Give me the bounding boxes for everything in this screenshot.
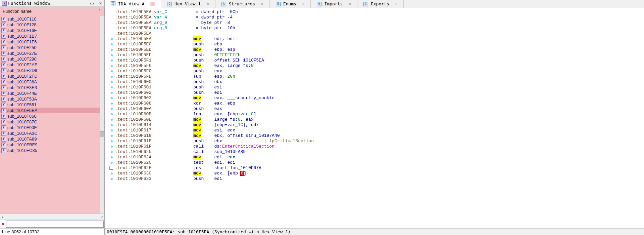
disasm-line[interactable]: .text:1010F608 xor eax, ebp bbox=[105, 101, 644, 106]
disasm-line[interactable]: .text:1010F630 mov ecx, [ebp+8] bbox=[105, 171, 644, 176]
gutter bbox=[105, 65, 115, 67]
function-row[interactable]: fsub_1010F561 bbox=[0, 102, 104, 108]
tab-ida-view-a[interactable]: IIDA View-A× bbox=[105, 0, 161, 8]
function-row[interactable]: fsub_1010F3E3 bbox=[0, 85, 104, 90]
disasm-line[interactable]: .text:1010F62C test edi, edi bbox=[105, 160, 644, 165]
disasm-line[interactable]: .text:1010F61F call ds:EnterCriticalSect… bbox=[105, 144, 644, 149]
disasm-line[interactable]: .text:1010F5FD sub esp, 20h bbox=[105, 74, 644, 79]
function-row[interactable]: fsub_1010FBE9 bbox=[0, 142, 104, 148]
maximize-button[interactable]: ▭ bbox=[90, 1, 94, 6]
function-row[interactable]: fsub_1010F860 bbox=[0, 113, 104, 119]
disasm-line[interactable]: .text:1010F614 mov [ebp+var_1C], edx bbox=[105, 122, 644, 128]
close-button[interactable]: ✕ bbox=[99, 1, 102, 6]
function-row[interactable]: fsub_1010F27E bbox=[0, 50, 104, 56]
scroll-right-icon[interactable]: › bbox=[100, 214, 104, 219]
function-item-icon: f bbox=[1, 57, 6, 62]
breakpoint-dot-icon bbox=[111, 86, 113, 88]
disasm-line[interactable]: .text:1010F60E mov large fs:0, eax bbox=[105, 117, 644, 122]
disasm-line[interactable]: .text:1010F633 push edi bbox=[105, 176, 644, 182]
restore-button[interactable]: ▫ bbox=[84, 1, 86, 6]
disasm-line[interactable]: .text:1010F601 push esi bbox=[105, 85, 644, 90]
breakpoint-dot-icon bbox=[111, 178, 113, 180]
function-row[interactable]: fsub_1010F1B7 bbox=[0, 33, 104, 39]
tab-close-icon[interactable]: × bbox=[349, 2, 351, 6]
disasm-line[interactable]: .text:1010F5EF push 0FFFFFFFFh bbox=[105, 52, 644, 58]
function-row[interactable]: fsub_1010F2AF bbox=[0, 62, 104, 68]
gutter bbox=[105, 49, 115, 51]
column-header[interactable]: Function name ˄ bbox=[0, 7, 104, 16]
tab-enums[interactable]: EEnums× bbox=[270, 0, 311, 8]
function-row[interactable]: fsub_1010FA89 bbox=[0, 136, 104, 142]
function-row[interactable]: fsub_1010F5EA bbox=[0, 108, 104, 113]
function-row[interactable]: fsub_1010F2D9 bbox=[0, 68, 104, 73]
line-content: .text:1010F60E mov large fs:0, eax bbox=[115, 117, 254, 122]
tab-exports[interactable]: XExports× bbox=[357, 0, 404, 8]
gutter bbox=[105, 103, 115, 105]
tab-close-icon[interactable]: × bbox=[207, 2, 209, 6]
function-row[interactable]: fsub_1010F90F bbox=[0, 125, 104, 130]
function-row[interactable]: fsub_1010F44E bbox=[0, 90, 104, 96]
disasm-line[interactable]: .text:1010F602 push edi bbox=[105, 90, 644, 95]
breakpoint-dot-icon bbox=[111, 156, 113, 158]
disasm-line[interactable]: .text:1010F5EA var_C = dword ptr -0Ch bbox=[105, 9, 644, 15]
line-content: .text:1010F619 mov ebx, offset stru_1019… bbox=[115, 133, 280, 139]
disasm-line[interactable]: .text:1010F5EC push ebp bbox=[105, 42, 644, 47]
tab-structures[interactable]: AStructures× bbox=[215, 0, 270, 8]
disasm-line[interactable]: .text:1010F60B lea eax, [ebp+var_C] bbox=[105, 112, 644, 117]
disasm-line[interactable]: .text:1010F5EA var_4 = dword ptr -4 bbox=[105, 15, 644, 20]
gutter bbox=[105, 151, 115, 153]
filter-input[interactable] bbox=[6, 221, 104, 228]
function-row[interactable]: fsub_1010F16F bbox=[0, 28, 104, 33]
function-row[interactable]: fsub_1010F128 bbox=[0, 22, 104, 28]
disasm-line[interactable]: .text:1010F600 push ebx bbox=[105, 79, 644, 85]
disasm-line[interactable]: .text:1010F60A push eax bbox=[105, 106, 644, 112]
disasm-line[interactable]: .text:1010F619 mov ebx, offset stru_1019… bbox=[105, 133, 644, 139]
disasm-line[interactable]: .text:1010F62E jns short loc_1010F67A bbox=[105, 165, 644, 171]
disasm-line[interactable]: .text:1010F5EA bbox=[105, 31, 644, 36]
clear-filter-button[interactable]: ✖ bbox=[2, 222, 5, 227]
disasm-line[interactable]: .text:1010F603 mov eax, ___security_cook… bbox=[105, 95, 644, 101]
tab-close-icon[interactable]: × bbox=[150, 2, 155, 6]
disasm-line[interactable]: .text:1010F625 call sub_1010FA89 bbox=[105, 149, 644, 155]
function-row[interactable]: fsub_1010F1F6 bbox=[0, 39, 104, 45]
function-row[interactable]: fsub_1010F87C bbox=[0, 119, 104, 125]
disasm-line[interactable]: .text:1010F5F1 push offset SEH_1010F5EA bbox=[105, 58, 644, 63]
function-row[interactable]: fsub_1010F290 bbox=[0, 56, 104, 62]
disasm-line[interactable]: .text:1010F5FC push eax bbox=[105, 69, 644, 74]
vertical-scrollbar[interactable] bbox=[100, 16, 104, 213]
function-row[interactable]: fsub_1010FA3C bbox=[0, 130, 104, 136]
gutter bbox=[105, 70, 115, 72]
disasm-line[interactable]: .text:1010F5EA arg_8 = byte ptr 10h bbox=[105, 26, 644, 31]
disasm-line[interactable]: .text:1010F62A mov edi, eax bbox=[105, 155, 644, 160]
function-row[interactable]: fsub_1010F53A bbox=[0, 96, 104, 102]
disasm-line[interactable]: .text:1010F5ED mov ebp, esp bbox=[105, 47, 644, 52]
tab-imports[interactable]: NImports× bbox=[311, 0, 357, 8]
function-item-icon: f bbox=[1, 17, 6, 22]
function-list[interactable]: fsub_1010F110fsub_1010F128fsub_1010F16Ff… bbox=[0, 16, 104, 213]
disasm-line[interactable]: .text:1010F5EA arg_0 = byte ptr 8 bbox=[105, 20, 644, 26]
function-row[interactable]: fsub_1010F110 bbox=[0, 16, 104, 22]
disasm-line[interactable]: .text:1010F5EA mov edi, edi bbox=[105, 36, 644, 42]
function-row[interactable]: fsub_1010F2FD bbox=[0, 73, 104, 79]
tab-close-icon[interactable]: × bbox=[395, 2, 398, 6]
horizontal-scrollbar[interactable]: ‹ › bbox=[0, 213, 104, 220]
tab-close-icon[interactable]: × bbox=[261, 2, 263, 6]
disasm-line[interactable]: .text:1010F61E push ebx ; lpCriticalSect… bbox=[105, 139, 644, 144]
function-name: sub_1010F16F bbox=[7, 28, 37, 33]
function-row[interactable]: fsub_1010FC35 bbox=[0, 148, 104, 153]
disasm-line[interactable]: .text:1010F617 mov esi, ecx bbox=[105, 128, 644, 133]
disasm-line[interactable]: .text:1010F5F6 mov eax, large fs:0 bbox=[105, 63, 644, 69]
line-content: .text:1010F601 push esi bbox=[115, 85, 222, 90]
function-row[interactable]: fsub_1010F36A bbox=[0, 79, 104, 85]
line-content: .text:1010F62E jns short loc_1010F67A bbox=[115, 165, 261, 171]
function-icon: f bbox=[2, 1, 7, 6]
function-row[interactable]: fsub_1010F250 bbox=[0, 45, 104, 50]
functions-header: f Functions window ▫ ▭ ✕ bbox=[0, 0, 104, 7]
function-item-icon: f bbox=[1, 85, 6, 90]
scroll-left-icon[interactable]: ‹ bbox=[0, 214, 5, 219]
disassembly-view[interactable]: .text:1010F5EA var_C = dword ptr -0Ch.te… bbox=[105, 8, 644, 228]
tab-hex-view-1[interactable]: OHex View-1× bbox=[161, 0, 215, 8]
function-item-icon: f bbox=[1, 91, 6, 96]
function-item-icon: f bbox=[1, 80, 6, 84]
tab-close-icon[interactable]: × bbox=[302, 2, 305, 6]
